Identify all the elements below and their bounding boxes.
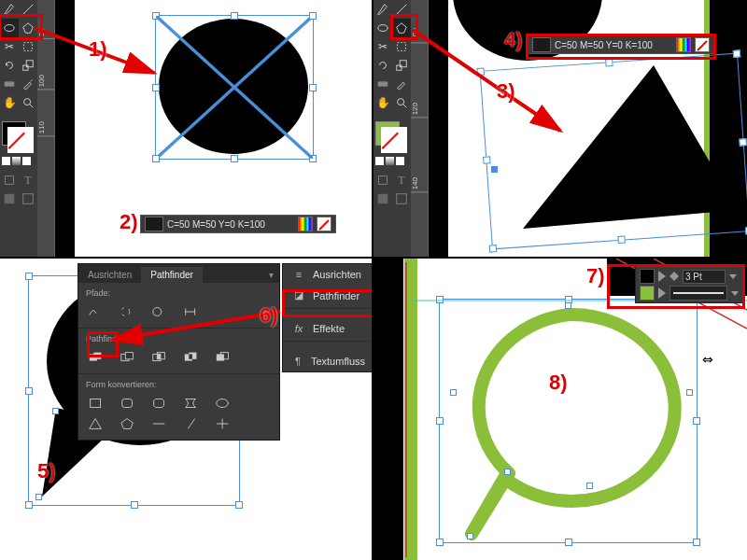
svg-rect-38 (91, 399, 101, 408)
anchor-point[interactable] (504, 469, 511, 475)
svg-point-17 (398, 99, 404, 105)
convert-triangle-icon[interactable] (86, 415, 106, 432)
convert-line-orth-icon[interactable] (213, 415, 233, 432)
pathfinder-intersect-icon[interactable] (149, 349, 170, 366)
annotation-arrow (411, 28, 579, 140)
anchor-point[interactable] (467, 533, 473, 539)
scissors-tool[interactable]: ✂ (374, 37, 392, 56)
hand-tool[interactable]: ✋ (374, 93, 392, 112)
fill-stroke-swatch[interactable] (375, 121, 407, 153)
menu-item-textumfluss[interactable]: ¶Textumfluss (283, 351, 372, 371)
view-mode-normal-icon[interactable] (0, 189, 19, 208)
zoom-tool[interactable] (392, 93, 411, 112)
ruler-tick: 110 (37, 121, 54, 136)
zoom-tool[interactable] (19, 93, 37, 112)
none-swatch-icon[interactable] (317, 217, 331, 231)
convert-inverse-rect-icon[interactable] (181, 395, 202, 412)
rotate-tool[interactable] (374, 56, 392, 75)
svg-rect-16 (378, 81, 388, 86)
convert-line-h-icon[interactable] (149, 415, 170, 432)
convert-rounded-rect-icon[interactable] (118, 395, 138, 412)
view-mode-preview-icon[interactable] (19, 189, 37, 208)
convert-line-v-icon[interactable] (181, 415, 202, 432)
hand-tool[interactable]: ✋ (0, 93, 19, 112)
anchor-point[interactable] (35, 494, 42, 500)
anchor-point[interactable] (586, 483, 593, 489)
selection-bounding-box[interactable] (155, 15, 314, 160)
anchor-point[interactable] (450, 389, 457, 396)
color-swatch-label: C=50 M=50 Y=0 K=100 (167, 219, 265, 230)
anchor-point[interactable] (491, 166, 498, 173)
convert-bevel-rect-icon[interactable] (149, 395, 170, 412)
convert-rect-icon[interactable] (86, 395, 106, 412)
svg-rect-14 (397, 65, 402, 70)
tab-ausrichten[interactable]: Ausrichten (78, 267, 141, 283)
svg-rect-18 (379, 176, 388, 185)
eyedropper-tool[interactable] (392, 75, 411, 93)
apply-color-icon[interactable] (2, 157, 10, 165)
section-label: Form konvertieren: (86, 380, 272, 389)
svg-rect-29 (125, 353, 133, 359)
svg-rect-35 (189, 354, 192, 358)
svg-rect-39 (122, 399, 133, 408)
scale-tool[interactable] (392, 56, 411, 75)
menu-item-effekte[interactable]: fxEffekte (283, 318, 372, 339)
formatting-text-icon[interactable]: T (392, 171, 411, 189)
svg-point-11 (378, 25, 388, 32)
color-swatch-bar[interactable]: C=50 M=50 Y=0 K=100 (140, 215, 336, 233)
pathfinder-exclude-icon[interactable] (181, 349, 202, 366)
annotation-label: 7) (586, 264, 605, 288)
gradient-tool[interactable] (374, 75, 392, 93)
formatting-container-icon[interactable] (0, 171, 19, 189)
menu-item-label: Effekte (313, 323, 345, 334)
anchor-point[interactable] (52, 408, 59, 414)
menu-item-label: Ausrichten (313, 269, 361, 280)
annotation-label: 3) (497, 79, 515, 104)
fx-icon: fx (290, 323, 307, 334)
apply-gradient-icon[interactable] (386, 157, 394, 165)
svg-rect-9 (23, 194, 34, 204)
selection-bounding-box[interactable] (439, 299, 698, 543)
convert-ellipse-icon[interactable] (213, 395, 233, 412)
convert-polygon-icon[interactable] (118, 415, 138, 432)
anchor-point[interactable] (686, 389, 693, 396)
effects-menu: ≡Ausrichten ◪Pathfinder fxEffekte ¶Textu… (282, 263, 372, 372)
tab-pathfinder[interactable]: Pathfinder (141, 267, 203, 283)
svg-rect-13 (398, 43, 406, 51)
anchor-point[interactable] (565, 302, 571, 309)
apply-color-icon[interactable] (375, 157, 384, 165)
view-mode-normal-icon[interactable] (374, 189, 392, 208)
join-path-icon[interactable] (86, 303, 106, 320)
apply-none-icon[interactable] (396, 157, 404, 165)
svg-point-6 (24, 99, 31, 105)
annotation-highlight (607, 264, 745, 309)
annotation-label: 6) (260, 303, 278, 328)
svg-marker-43 (121, 419, 134, 429)
apply-none-icon[interactable] (22, 157, 31, 165)
ellipse-tool[interactable] (374, 19, 392, 37)
gradient-tool[interactable] (0, 75, 19, 93)
spectrum-icon[interactable] (298, 217, 313, 231)
menu-item-ausrichten[interactable]: ≡Ausrichten (283, 264, 372, 285)
move-cursor-icon: ⇔ (702, 352, 713, 367)
view-mode-preview-icon[interactable] (392, 189, 411, 208)
svg-rect-5 (5, 81, 15, 86)
ruler-tick: 140 (411, 177, 428, 192)
apply-gradient-icon[interactable] (12, 157, 21, 165)
pathfinder-subtract-icon[interactable] (118, 349, 138, 366)
annotation-label: 4) (504, 28, 523, 52)
pen-tool[interactable] (374, 0, 392, 19)
svg-rect-19 (378, 194, 388, 204)
formatting-container-icon[interactable] (374, 171, 392, 189)
panel-menu-icon[interactable]: ▾ (263, 267, 279, 283)
scissors-tool[interactable]: ✂ (0, 37, 19, 56)
pathfinder-minus-back-icon[interactable] (213, 349, 233, 366)
svg-rect-20 (397, 194, 407, 204)
fill-stroke-swatch[interactable] (2, 121, 34, 153)
svg-line-45 (188, 419, 194, 429)
formatting-text-icon[interactable]: T (19, 171, 37, 189)
svg-rect-8 (5, 194, 15, 204)
rotate-tool[interactable] (0, 56, 19, 75)
free-transform-tool[interactable] (392, 37, 411, 56)
svg-line-22 (413, 30, 560, 131)
